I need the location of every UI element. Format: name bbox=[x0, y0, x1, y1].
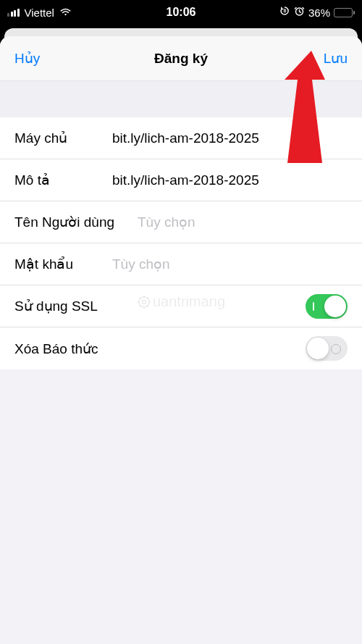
password-label: Mật khẩu bbox=[14, 256, 112, 272]
modal-sheet: Hủy Đăng ký Lưu Máy chủ Mô tả Tên Người … bbox=[0, 36, 362, 644]
status-left: Viettel bbox=[7, 7, 72, 19]
section-spacer bbox=[0, 81, 362, 117]
carrier-label: Viettel bbox=[25, 7, 54, 19]
server-label: Máy chủ bbox=[14, 130, 112, 146]
ssl-toggle[interactable] bbox=[306, 294, 348, 319]
server-input[interactable] bbox=[112, 130, 348, 146]
remove-alarms-toggle[interactable] bbox=[306, 336, 348, 361]
battery-icon bbox=[334, 8, 355, 17]
description-label: Mô tả bbox=[14, 172, 112, 188]
nav-bar: Hủy Đăng ký Lưu bbox=[0, 36, 362, 81]
battery-percent: 36% bbox=[308, 7, 330, 19]
alarm-icon bbox=[294, 6, 305, 19]
description-row[interactable]: Mô tả bbox=[0, 159, 362, 201]
status-right: 36% bbox=[279, 6, 355, 19]
svg-rect-0 bbox=[284, 10, 285, 12]
cancel-button[interactable]: Hủy bbox=[14, 50, 40, 67]
username-label: Tên Người dùng bbox=[14, 214, 138, 230]
remove-alarms-row: Xóa Báo thức bbox=[0, 327, 362, 369]
orientation-lock-icon bbox=[279, 6, 290, 19]
status-time: 10:06 bbox=[167, 6, 196, 19]
password-input[interactable] bbox=[112, 256, 348, 272]
nav-title: Đăng ký bbox=[154, 51, 208, 67]
ssl-row: Sử dụng SSL bbox=[0, 285, 362, 327]
form-group: Máy chủ Mô tả Tên Người dùng Mật khẩu Sử… bbox=[0, 117, 362, 369]
status-bar: Viettel 10:06 36% bbox=[0, 0, 362, 25]
wifi-icon bbox=[59, 7, 72, 19]
password-row[interactable]: Mật khẩu bbox=[0, 243, 362, 285]
signal-icon bbox=[7, 9, 20, 17]
username-input[interactable] bbox=[138, 214, 348, 230]
description-input[interactable] bbox=[112, 172, 348, 188]
save-button[interactable]: Lưu bbox=[324, 50, 348, 67]
server-row[interactable]: Máy chủ bbox=[0, 117, 362, 159]
username-row[interactable]: Tên Người dùng bbox=[0, 201, 362, 243]
ssl-label: Sử dụng SSL bbox=[14, 298, 112, 314]
remove-alarms-label: Xóa Báo thức bbox=[14, 340, 112, 357]
